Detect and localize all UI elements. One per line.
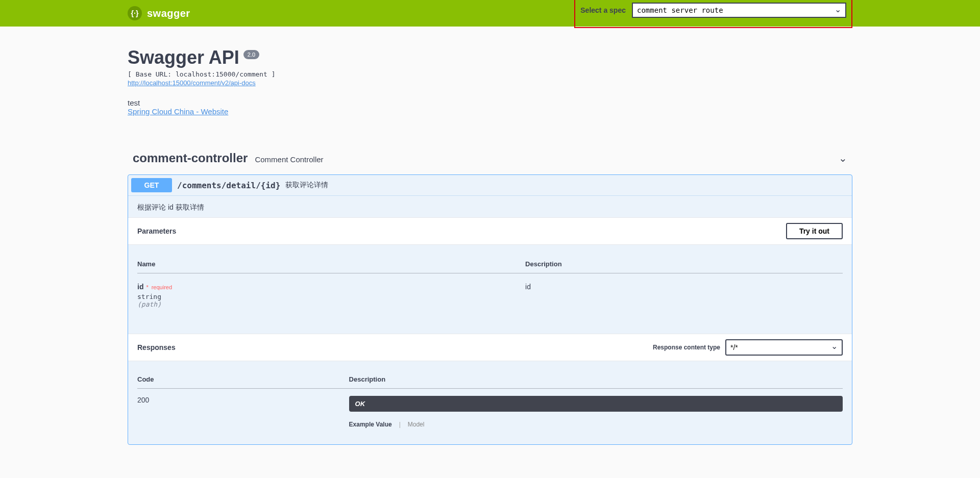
operation-body: 根据评论 id 获取详情 Parameters Try it out Name … <box>128 196 852 444</box>
api-title: Swagger API <box>128 47 239 68</box>
content-type-container: */* <box>725 339 843 356</box>
param-name: id <box>137 283 143 291</box>
tab-example-value[interactable]: Example Value <box>349 421 392 428</box>
operation-summary[interactable]: GET /comments/detail/{id} 获取评论详情 <box>128 175 852 196</box>
parameters-table: Name Description id * required string (p… <box>137 255 843 334</box>
param-row: id * required string (path) id <box>137 273 843 334</box>
operation-description: 根据评论 id 获取详情 <box>137 203 843 212</box>
spec-label: Select a spec <box>580 6 626 14</box>
responses-table: Code Description 200 OK Example Value <box>137 370 843 435</box>
spec-select[interactable]: comment_server_route <box>632 3 846 18</box>
tag-description: Comment Controller <box>255 155 323 164</box>
version-badge: 2.0 <box>243 50 259 59</box>
required-star: * <box>144 284 148 290</box>
required-label: required <box>152 284 172 290</box>
tag-section: comment-controller Comment Controller ⌄ … <box>128 147 852 445</box>
response-description-block: OK <box>349 396 843 412</box>
logo-text: swagger <box>147 8 190 19</box>
method-badge-get: GET <box>131 178 172 192</box>
logo[interactable]: {·} swagger <box>128 6 190 20</box>
content-type-label: Response content type <box>653 344 720 351</box>
content-type-select[interactable]: */* <box>725 339 843 356</box>
spec-selector-highlight: Select a spec comment_server_route <box>574 0 852 28</box>
tag-name: comment-controller <box>133 151 248 165</box>
base-url: [ Base URL: localhost:15000/comment ] <box>128 70 852 78</box>
spec-select-container: comment_server_route <box>632 3 846 18</box>
website-link[interactable]: Spring Cloud China - Website <box>128 107 228 116</box>
param-type: string <box>137 293 525 300</box>
api-description: test <box>128 98 852 107</box>
api-docs-link[interactable]: http://localhost:15000/comment/v2/api-do… <box>128 79 256 87</box>
title-row: Swagger API 2.0 <box>128 47 852 68</box>
tag-header-left: comment-controller Comment Controller <box>133 151 324 165</box>
topbar-inner: {·} swagger Select a spec comment_server… <box>117 0 863 28</box>
chevron-down-icon: ⌄ <box>839 152 847 164</box>
parameters-title: Parameters <box>137 227 176 235</box>
col-description: Description <box>525 255 843 273</box>
response-row: 200 OK Example Value | Model <box>137 389 843 436</box>
responses-bar: Responses Response content type */* <box>128 334 852 361</box>
main-container: Swagger API 2.0 [ Base URL: localhost:15… <box>117 27 863 465</box>
response-code: 200 <box>137 389 349 436</box>
parameters-bar: Parameters Try it out <box>128 217 852 245</box>
operation-summary-text: 获取评论详情 <box>285 181 328 190</box>
resp-col-desc: Description <box>349 370 843 389</box>
tab-model[interactable]: Model <box>408 421 425 428</box>
resp-col-code: Code <box>137 370 349 389</box>
responses-title: Responses <box>137 343 176 351</box>
try-it-out-button[interactable]: Try it out <box>786 223 843 239</box>
operation-block: GET /comments/detail/{id} 获取评论详情 根据评论 id… <box>128 174 852 445</box>
info-section: Swagger API 2.0 [ Base URL: localhost:15… <box>128 47 852 116</box>
tag-header[interactable]: comment-controller Comment Controller ⌄ <box>128 147 852 169</box>
content-type-wrap: Response content type */* <box>653 339 843 356</box>
responses-body: Code Description 200 OK Example Value <box>128 361 852 444</box>
response-tabs: Example Value | Model <box>349 421 843 428</box>
col-name: Name <box>137 255 525 273</box>
tab-separator: | <box>399 421 401 428</box>
operation-path: /comments/detail/{id} <box>177 181 280 190</box>
topbar: {·} swagger Select a spec comment_server… <box>0 0 980 27</box>
swagger-logo-icon: {·} <box>128 6 142 20</box>
param-in: (path) <box>137 300 525 308</box>
param-description: id <box>525 273 843 334</box>
